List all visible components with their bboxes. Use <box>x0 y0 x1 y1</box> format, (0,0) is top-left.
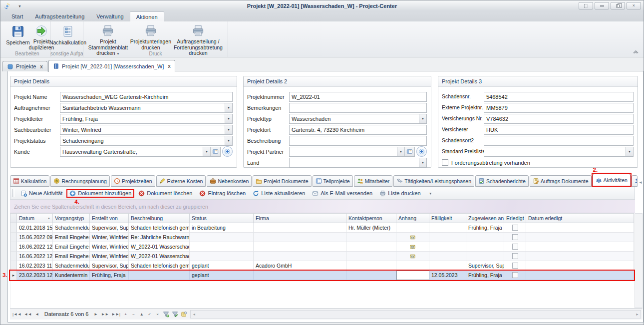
quick-access-dropdown-icon[interactable]: ▼ <box>18 4 21 8</box>
scroll-right-icon[interactable]: ► <box>636 313 639 316</box>
schadensort2-input[interactable] <box>484 136 634 146</box>
column-header-erstellt-von[interactable]: Erstellt von <box>90 213 129 223</box>
kunde-input[interactable]: Hausverwaltung Gartenstraße,▼ <box>60 147 221 157</box>
erledigt-checkbox[interactable] <box>512 263 518 269</box>
sachbearbeiter-input[interactable]: Winter, Winfried▼ <box>60 125 233 135</box>
ribbon-tab-auftragsbearbeitung[interactable]: Auftragsbearbeitung <box>29 11 90 21</box>
erledigt-checkbox[interactable] <box>512 234 518 240</box>
tab-projekt-dokumente[interactable]: Projekt Dokumente <box>253 175 311 187</box>
standard-preisliste-input[interactable]: ▼ <box>484 147 634 157</box>
forderungsabtretung-vorhanden-checkbox[interactable] <box>442 159 448 166</box>
ribbon-tab-aktionen[interactable]: Aktionen <box>130 11 164 21</box>
ribbon-tab-verwaltung[interactable]: Verwaltung <box>90 11 129 21</box>
neue-aktivitaet-button[interactable]: Neue Aktivität <box>17 189 65 198</box>
projektunterlagen-drucken-button[interactable]: Projektunterlagen drucken <box>131 23 170 50</box>
column-header-anhang[interactable]: Anhang <box>396 213 429 223</box>
chevron-down-icon[interactable]: ▼ <box>225 136 232 145</box>
add-projekt-partner-button[interactable] <box>416 146 427 157</box>
column-header-datum-erledigt[interactable]: Datum erledigt <box>526 213 634 223</box>
tab-projektzeiten[interactable]: Projektzeiten <box>111 175 155 187</box>
tab-nebenkosten[interactable]: Nebenkosten <box>207 175 252 187</box>
erledigt-checkbox[interactable] <box>512 272 518 278</box>
column-header-firma[interactable]: Firma <box>254 213 346 223</box>
nav-first-icon[interactable]: |◄◄ <box>11 310 22 318</box>
horizontal-scrollbar[interactable]: ◄► <box>190 310 641 319</box>
filter-customize-icon[interactable] <box>180 310 188 318</box>
chevron-down-icon[interactable]: ▼ <box>225 125 232 134</box>
fullscreen-button[interactable] <box>579 2 593 9</box>
filter-edit-icon[interactable] <box>171 310 179 318</box>
nav-next-page-icon[interactable]: ►► <box>100 310 110 318</box>
land-input[interactable]: ▼ <box>289 158 427 168</box>
table-row[interactable]: ►23.02.2023 12:38KundenterminFrühling, F… <box>10 271 634 280</box>
column-header-beschreibung[interactable]: Beschreibung <box>129 213 190 223</box>
liste-drucken-button[interactable]: Liste drucken <box>376 189 423 198</box>
open-contact-button[interactable] <box>404 147 414 156</box>
column-header-status[interactable]: Status <box>190 213 254 223</box>
close-tab-icon[interactable]: x <box>40 64 43 69</box>
projektnummer-input[interactable]: W_2022-01 <box>289 92 427 102</box>
erledigt-checkbox[interactable] <box>512 244 518 250</box>
tab-taetigkeiten-leistungsphasen[interactable]: Tätigkeiten/Leistungsphasen <box>393 175 474 187</box>
nav-last-icon[interactable]: ►►| <box>110 310 121 318</box>
versicherungs-nr-input[interactable]: V784632 <box>484 114 634 124</box>
close-tab-icon[interactable]: x <box>168 63 171 69</box>
schadensnr-input[interactable]: 5468542 <box>484 92 634 102</box>
tab-mitarbeiter[interactable]: Mitarbeiter <box>354 175 393 187</box>
stammdatenblatt-drucken-button[interactable]: Projekt Stammdatenblatt drucken ▼ <box>86 23 130 50</box>
projektort-input[interactable]: Gartenstr. 4, 73230 Kirchheim <box>289 125 427 135</box>
tab-projekt-k[interactable]: Projekt K <box>632 175 638 187</box>
chevron-down-icon[interactable]: ▼ <box>397 147 404 156</box>
auftragserteilung-drucken-button[interactable]: Auftragserteilung / Forderungsabtretung … <box>171 23 225 50</box>
liste-aktualisieren-button[interactable]: Liste aktualisieren <box>250 189 308 198</box>
projekttyp-input[interactable]: Wasserschaden▼ <box>289 114 427 124</box>
erledigt-checkbox[interactable] <box>512 225 518 231</box>
tab-auftrags-dokumente[interactable]: Auftrags Dokumente <box>530 175 592 187</box>
collapse-ribbon-icon[interactable] <box>632 48 640 55</box>
chevron-down-icon[interactable]: ▼ <box>203 147 210 156</box>
eintrag-loeschen-button[interactable]: Eintrag löschen <box>196 189 249 198</box>
doc-tab-projekte[interactable]: Projekte x <box>2 61 47 71</box>
nav-prior-icon[interactable]: ◄ <box>33 310 41 318</box>
table-row[interactable]: 16.02.2023 11:46SchadenmeldungSupervisor… <box>10 261 634 271</box>
close-button[interactable]: × <box>627 2 641 9</box>
nav-insert-icon[interactable]: + <box>122 310 129 318</box>
table-row[interactable]: 02.01.2018 15:12SchadenmeldungSupervisor… <box>10 223 634 233</box>
minimize-button[interactable] <box>595 2 609 9</box>
column-header-kontaktperson[interactable]: Kontaktperson <box>346 213 396 223</box>
nav-prior-page-icon[interactable]: ◄◄ <box>23 310 33 318</box>
erledigt-checkbox[interactable] <box>512 253 518 259</box>
nav-next-icon[interactable]: ► <box>92 310 99 318</box>
restore-button[interactable] <box>611 2 625 9</box>
tab-aktivitaeten[interactable]: Aktivitäten2. <box>593 174 631 187</box>
nav-edit-icon[interactable]: ▲ <box>138 310 145 318</box>
als-e-mail-versenden-button[interactable]: Als E-Mail versenden <box>309 189 375 198</box>
toolbar-overflow-icon[interactable]: ▼ <box>425 191 436 196</box>
bemerkungen-input[interactable] <box>289 103 427 113</box>
projekt-duplizieren-button[interactable]: Projekt duplizieren <box>30 23 53 50</box>
ribbon-tab-start[interactable]: Start <box>5 11 29 21</box>
versicherer-input[interactable]: HUK <box>484 125 634 135</box>
chevron-down-icon[interactable]: ▼ <box>225 114 232 123</box>
tab-schadenberichte[interactable]: Schadenberichte <box>475 175 529 187</box>
column-header-datum[interactable]: Datum▲ <box>17 213 53 223</box>
column-header-vorgangstyp[interactable]: Vorgangstyp <box>53 213 90 223</box>
nav-post-icon[interactable]: ✓ <box>146 310 153 318</box>
tab-rechnungsplanung[interactable]: $Rechnungsplanung <box>50 175 110 187</box>
chevron-down-icon[interactable]: ▼ <box>626 147 633 156</box>
auftragnehmer-input[interactable]: Sanitärfachbetrieb Wassermann▼ <box>60 103 233 113</box>
nachkalkulation-button[interactable]: Nachkalkulation <box>53 23 83 50</box>
add-kunde-button[interactable] <box>222 146 233 157</box>
doc-tab-projekt-wasserschaden[interactable]: Projekt [W_2022-01] [Wasserschaden_W] x <box>48 60 175 72</box>
tab-teilprojekte[interactable]: Teilprojekte <box>313 175 353 187</box>
chevron-down-icon[interactable]: ▼ <box>419 114 426 123</box>
projektleiter-input[interactable]: Frühling, Fraja▼ <box>60 114 233 124</box>
table-row[interactable]: 16.06.2022 12:04Email EingehendWinter, W… <box>10 242 634 252</box>
tab-kalkulation[interactable]: Kalkulation <box>10 175 49 187</box>
dokument-loeschen-button[interactable]: Dokument löschen <box>135 189 195 198</box>
vertical-scrollbar[interactable] <box>635 213 643 308</box>
column-header-zugewiesen-an[interactable]: Zugewiesen an <box>466 213 504 223</box>
externe-projektnr-input[interactable]: MM5879 <box>484 103 634 113</box>
table-row[interactable]: 15.06.2022 09:45Email EingehendWinter, W… <box>10 233 634 242</box>
nav-cancel-icon[interactable]: × <box>154 310 161 318</box>
